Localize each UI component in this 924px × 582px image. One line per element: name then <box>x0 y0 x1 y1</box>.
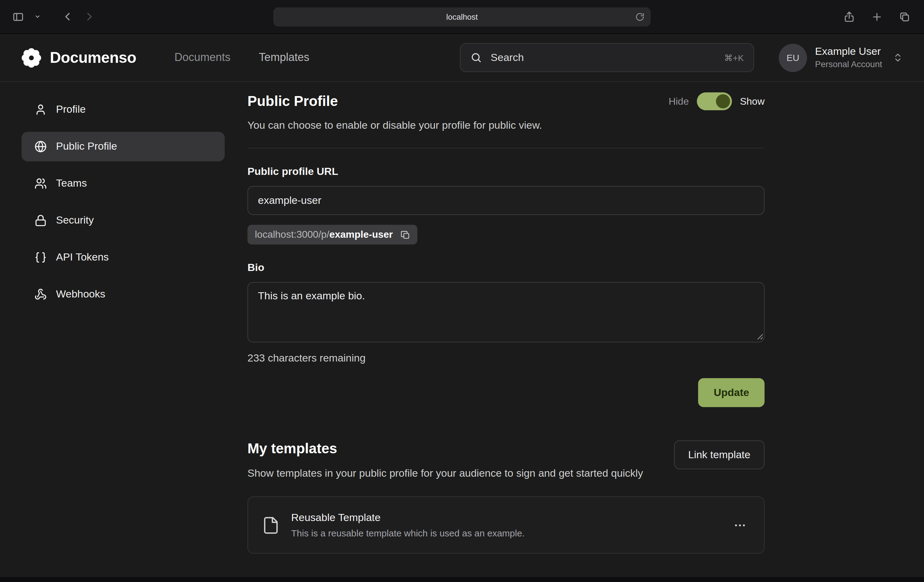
back-icon[interactable] <box>60 8 76 25</box>
settings-sidebar: Profile Public Profile Teams Security AP… <box>21 95 225 317</box>
profile-visibility-toggle-group: Hide Show <box>668 93 764 110</box>
sidebar-item-label: Webhooks <box>56 288 105 301</box>
search-shortcut: ⌘+K <box>724 53 744 63</box>
users-icon <box>35 177 47 190</box>
share-icon[interactable] <box>841 8 858 25</box>
sidebar-item-webhooks[interactable]: Webhooks <box>21 279 225 309</box>
sidebar-item-profile[interactable]: Profile <box>21 95 225 124</box>
template-meta: Reusable Template This is a reusable tem… <box>291 512 525 539</box>
chevrons-up-down-icon[interactable] <box>893 52 903 63</box>
lock-icon <box>35 214 47 227</box>
show-label: Show <box>740 96 764 107</box>
search-input[interactable] <box>489 51 717 64</box>
sidebar-item-label: Public Profile <box>56 141 117 153</box>
user-meta: Example User Personal Account <box>815 45 882 70</box>
user-menu[interactable]: EU Example User Personal Account <box>779 43 903 72</box>
user-account-type: Personal Account <box>815 60 882 70</box>
sidebar-item-label: Teams <box>56 177 87 190</box>
bio-textarea[interactable]: This is an example bio. <box>248 282 764 342</box>
sidebar-item-security[interactable]: Security <box>21 206 225 235</box>
forward-icon[interactable] <box>81 8 97 25</box>
sidebar-item-public-profile[interactable]: Public Profile <box>21 132 225 161</box>
nav-templates[interactable]: Templates <box>259 51 309 64</box>
main-nav: Documents Templates <box>175 51 309 64</box>
sidebar-item-label: API Tokens <box>56 251 109 264</box>
window-bottom-edge <box>0 577 924 582</box>
section-divider <box>248 148 764 149</box>
webhook-icon <box>35 288 47 301</box>
app-header: Documenso Documents Templates ⌘+K EU Exa… <box>0 34 924 82</box>
tab-overview-icon[interactable] <box>896 8 913 25</box>
hide-label: Hide <box>668 96 689 107</box>
template-description: This is a reusable template which is use… <box>291 528 525 539</box>
brand[interactable]: Documenso <box>21 47 136 68</box>
visibility-toggle[interactable] <box>697 93 732 110</box>
copy-icon[interactable] <box>400 230 410 240</box>
page-subtitle: You can choose to enable or disable your… <box>248 119 764 132</box>
avatar: EU <box>779 43 807 72</box>
address-bar[interactable]: localhost <box>273 7 651 26</box>
address-text: localhost <box>446 12 478 21</box>
globe-icon <box>35 141 47 153</box>
avatar-initials: EU <box>786 52 799 63</box>
url-preview-slug: example-user <box>329 229 393 240</box>
characters-remaining: 233 characters remaining <box>248 352 764 365</box>
app-window: localhost <box>0 0 924 582</box>
documenso-logo-icon <box>21 47 42 68</box>
user-name: Example User <box>815 45 882 58</box>
link-template-button[interactable]: Link template <box>674 440 764 469</box>
sidebar-item-label: Security <box>56 214 94 227</box>
my-templates-title: My templates <box>248 440 643 457</box>
sidebar-toggle-icon[interactable] <box>10 8 26 25</box>
page-title: Public Profile <box>248 93 338 110</box>
sidebar-item-api-tokens[interactable]: API Tokens <box>21 243 225 272</box>
toolbar-chevron-down-icon[interactable] <box>32 11 43 22</box>
brand-name: Documenso <box>50 49 136 66</box>
url-preview-prefix: localhost:3000/p/ <box>255 229 329 240</box>
update-button[interactable]: Update <box>698 378 764 407</box>
search-bar[interactable]: ⌘+K <box>460 43 754 72</box>
ellipsis-menu-icon[interactable] <box>729 515 751 536</box>
file-icon <box>262 516 280 534</box>
url-field-label: Public profile URL <box>248 166 764 178</box>
braces-icon <box>35 251 47 264</box>
template-name: Reusable Template <box>291 512 525 524</box>
toggle-knob <box>716 94 730 108</box>
url-preview-text: localhost:3000/p/example-user <box>255 229 393 240</box>
nav-documents[interactable]: Documents <box>175 51 231 64</box>
user-icon <box>35 104 47 116</box>
template-list-item: Reusable Template This is a reusable tem… <box>248 497 764 554</box>
sidebar-item-label: Profile <box>56 104 86 116</box>
public-profile-settings: Public Profile Hide Show You can choose … <box>248 93 764 554</box>
profile-url-preview-chip: localhost:3000/p/example-user <box>248 225 417 245</box>
my-templates-description: Show templates in your public profile fo… <box>248 466 643 482</box>
public-profile-url-input[interactable] <box>248 186 764 215</box>
new-tab-icon[interactable] <box>869 8 885 25</box>
browser-toolbar: localhost <box>0 0 924 34</box>
sidebar-item-teams[interactable]: Teams <box>21 169 225 198</box>
search-icon <box>470 52 482 63</box>
bio-field-label: Bio <box>248 262 764 274</box>
reload-icon[interactable] <box>634 11 646 23</box>
